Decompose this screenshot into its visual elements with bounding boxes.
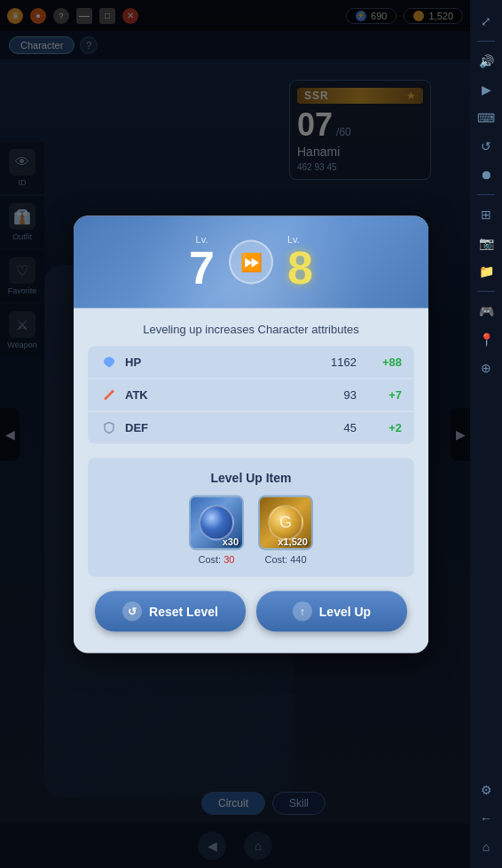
level-to-display: Lv. 8 [287,233,313,290]
stats-table: HP 1162 +88 ATK 93 +7 [88,346,414,443]
levelup-label: Level Up [319,604,371,618]
item1-cost-value: 30 [224,553,234,564]
modal-header: Lv. 7 ⏩ Lv. 8 [74,215,428,308]
level-up-button[interactable]: ↑ Level Up [256,590,407,631]
item2-image: G x1,520 [258,495,313,550]
pin-icon[interactable]: 📍 [474,327,498,352]
nav-divider-1 [477,41,495,42]
items-title: Level Up Item [100,470,402,484]
settings-icon[interactable]: ⚙ [474,778,498,802]
modal-buttons: ↺ Reset Level ↑ Level Up [88,590,414,638]
item1-cost: Cost: 30 [199,553,235,564]
back-icon[interactable]: ← [474,806,498,831]
items-row: x30 Cost: 30 G x1,520 Cost: 440 [100,495,402,564]
level-display: Lv. 7 ⏩ Lv. 8 [91,233,411,290]
reset-icon: ↺ [122,601,142,621]
orb-visual [199,504,234,540]
level-from-display: Lv. 7 [189,233,215,290]
item2-cost: Cost: 440 [264,553,306,564]
level-arrow-circle: ⏩ [229,239,273,284]
hp-icon [100,353,118,371]
modal-subtitle: Leveling up increases Character attribut… [88,322,414,335]
hp-stat-row: HP 1162 +88 [88,346,414,379]
hp-label: HP [125,356,312,369]
fast-forward-icon: ⏩ [240,251,263,272]
item1-image: x30 [189,495,244,550]
item1-cost-label: Cost: [199,553,222,564]
play-icon[interactable]: ▶ [474,77,498,102]
levelup-icon: ↑ [293,601,312,621]
reset-label: Reset Level [149,604,218,618]
item2-cost-label: Cost: [264,553,287,564]
def-label: DEF [125,421,312,434]
def-value: 45 [312,421,357,434]
rotate-icon[interactable]: ↺ [474,134,498,159]
atk-icon [100,386,118,403]
controller-icon[interactable]: 🎮 [474,299,498,324]
item1-box: x30 Cost: 30 [189,495,244,564]
level-to-number: 8 [287,241,313,293]
camera-icon[interactable]: 📷 [474,231,498,255]
atk-value: 93 [312,388,357,402]
reset-level-button[interactable]: ↺ Reset Level [95,590,246,631]
item2-cost-value: 440 [290,553,306,564]
hp-delta: +88 [371,356,402,369]
def-icon [100,418,118,436]
level-from-number: 7 [189,241,215,293]
def-stat-row: DEF 45 +2 [88,411,414,443]
atk-stat-row: ATK 93 +7 [88,379,414,411]
item2-count: x1,520 [278,536,308,546]
level-up-items-section: Level Up Item x30 Cost: 30 G x1,520 [88,457,414,576]
nav-divider-3 [477,291,495,292]
nav-divider-2 [477,194,495,195]
hp-value: 1162 [312,356,357,369]
atk-label: ATK [125,388,312,402]
home-icon[interactable]: ⌂ [474,834,498,859]
grid-icon[interactable]: ⊞ [474,202,498,227]
layers-icon[interactable]: ⊕ [474,356,498,380]
item1-count: x30 [223,536,239,546]
atk-delta: +7 [371,388,402,402]
coin-visual: G [268,504,303,540]
volume-icon[interactable]: 🔊 [474,49,498,74]
right-side-nav: ⤢ 🔊 ▶ ⌨ ↺ ⏺ ⊞ 📷 📁 🎮 📍 ⊕ ⚙ ← ⌂ [470,0,502,868]
record-icon[interactable]: ⏺ [474,162,498,187]
folder-icon[interactable]: 📁 [474,259,498,284]
def-delta: +2 [371,421,402,434]
level-up-modal: Lv. 7 ⏩ Lv. 8 Leveling up increases Char… [74,215,428,653]
item2-box: G x1,520 Cost: 440 [258,495,313,564]
keyboard-icon[interactable]: ⌨ [474,106,498,130]
modal-body: Leveling up increases Character attribut… [74,308,428,653]
expand-icon[interactable]: ⤢ [474,9,498,34]
